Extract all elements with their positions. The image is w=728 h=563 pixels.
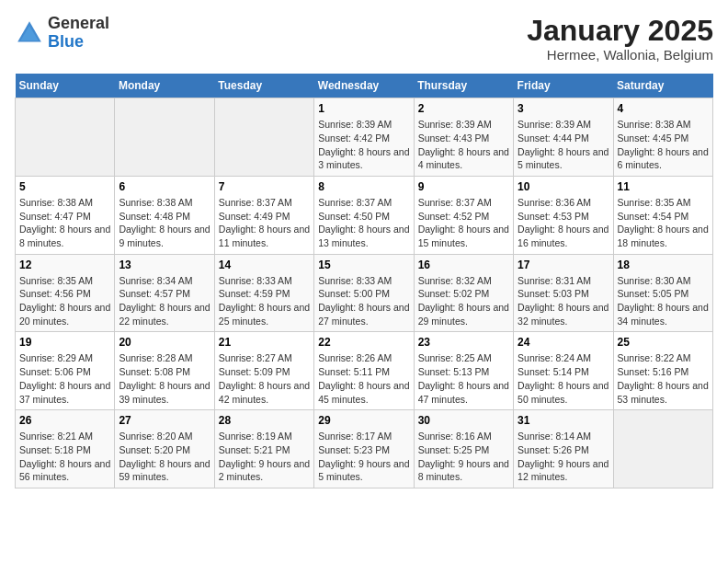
day-info: Sunrise: 8:20 AMSunset: 5:20 PMDaylight:… <box>119 430 210 484</box>
day-number: 25 <box>618 336 709 349</box>
calendar-cell <box>115 98 214 177</box>
day-number: 17 <box>518 259 609 271</box>
calendar-cell <box>613 410 712 488</box>
calendar-table: SundayMondayTuesdayWednesdayThursdayFrid… <box>15 74 713 488</box>
calendar-cell: 11Sunrise: 8:35 AMSunset: 4:54 PMDayligh… <box>613 176 712 254</box>
day-info: Sunrise: 8:39 AMSunset: 4:42 PMDaylight:… <box>318 118 409 172</box>
day-number: 18 <box>618 259 709 271</box>
day-info: Sunrise: 8:27 AMSunset: 5:09 PMDaylight:… <box>219 351 310 406</box>
day-number: 26 <box>19 414 110 427</box>
day-info: Sunrise: 8:21 AMSunset: 5:18 PMDaylight:… <box>19 430 110 484</box>
calendar-cell: 12Sunrise: 8:35 AMSunset: 4:56 PMDayligh… <box>16 254 115 332</box>
calendar-cell: 1Sunrise: 8:39 AMSunset: 4:42 PMDaylight… <box>314 98 414 177</box>
day-info: Sunrise: 8:33 AMSunset: 4:59 PMDaylight:… <box>219 274 310 328</box>
day-info: Sunrise: 8:34 AMSunset: 4:57 PMDaylight:… <box>119 274 210 328</box>
day-number: 11 <box>618 180 709 193</box>
day-number: 10 <box>518 180 609 193</box>
calendar-body: 1Sunrise: 8:39 AMSunset: 4:42 PMDaylight… <box>16 98 713 488</box>
title-area: January 2025 Hermee, Wallonia, Belgium <box>527 15 713 63</box>
calendar-week-1: 1Sunrise: 8:39 AMSunset: 4:42 PMDaylight… <box>16 98 713 177</box>
day-info: Sunrise: 8:38 AMSunset: 4:47 PMDaylight:… <box>19 196 110 250</box>
day-number: 22 <box>318 336 409 349</box>
subtitle: Hermee, Wallonia, Belgium <box>527 47 713 63</box>
day-info: Sunrise: 8:31 AMSunset: 5:03 PMDaylight:… <box>518 274 609 328</box>
calendar-cell: 16Sunrise: 8:32 AMSunset: 5:02 PMDayligh… <box>414 254 513 332</box>
day-info: Sunrise: 8:38 AMSunset: 4:48 PMDaylight:… <box>119 196 210 250</box>
day-info: Sunrise: 8:32 AMSunset: 5:02 PMDaylight:… <box>418 274 509 328</box>
calendar-cell: 15Sunrise: 8:33 AMSunset: 5:00 PMDayligh… <box>314 254 414 332</box>
weekday-header-tuesday: Tuesday <box>214 74 313 98</box>
day-number: 30 <box>418 414 509 427</box>
calendar-cell: 29Sunrise: 8:17 AMSunset: 5:23 PMDayligh… <box>314 410 414 488</box>
day-number: 16 <box>418 259 509 271</box>
day-info: Sunrise: 8:38 AMSunset: 4:45 PMDaylight:… <box>618 118 709 172</box>
calendar-cell: 6Sunrise: 8:38 AMSunset: 4:48 PMDaylight… <box>115 176 214 254</box>
day-info: Sunrise: 8:35 AMSunset: 4:54 PMDaylight:… <box>618 196 709 250</box>
calendar-cell: 30Sunrise: 8:16 AMSunset: 5:25 PMDayligh… <box>414 410 513 488</box>
weekday-header-row: SundayMondayTuesdayWednesdayThursdayFrid… <box>16 74 713 98</box>
day-number: 4 <box>618 102 709 115</box>
calendar-cell: 3Sunrise: 8:39 AMSunset: 4:44 PMDaylight… <box>514 98 613 177</box>
calendar-cell: 22Sunrise: 8:26 AMSunset: 5:11 PMDayligh… <box>314 332 414 410</box>
calendar-cell: 26Sunrise: 8:21 AMSunset: 5:18 PMDayligh… <box>16 410 115 488</box>
day-info: Sunrise: 8:39 AMSunset: 4:43 PMDaylight:… <box>418 118 509 172</box>
day-number: 3 <box>518 102 609 115</box>
day-number: 5 <box>19 180 110 193</box>
day-number: 8 <box>318 180 409 193</box>
calendar-cell <box>214 98 313 177</box>
day-number: 21 <box>219 336 310 349</box>
calendar-cell: 13Sunrise: 8:34 AMSunset: 4:57 PMDayligh… <box>115 254 214 332</box>
calendar-cell: 28Sunrise: 8:19 AMSunset: 5:21 PMDayligh… <box>214 410 313 488</box>
day-info: Sunrise: 8:35 AMSunset: 4:56 PMDaylight:… <box>19 274 110 328</box>
logo: General Blue <box>15 15 109 52</box>
calendar-week-4: 19Sunrise: 8:29 AMSunset: 5:06 PMDayligh… <box>16 332 713 410</box>
day-info: Sunrise: 8:39 AMSunset: 4:44 PMDaylight:… <box>518 118 609 172</box>
day-info: Sunrise: 8:19 AMSunset: 5:21 PMDaylight:… <box>219 430 310 484</box>
day-number: 19 <box>19 336 110 349</box>
calendar-cell: 18Sunrise: 8:30 AMSunset: 5:05 PMDayligh… <box>613 254 712 332</box>
day-number: 13 <box>119 259 210 271</box>
calendar-cell: 2Sunrise: 8:39 AMSunset: 4:43 PMDaylight… <box>414 98 513 177</box>
day-number: 7 <box>219 180 310 193</box>
logo-blue-text: Blue <box>48 33 109 52</box>
weekday-header-saturday: Saturday <box>613 74 712 98</box>
calendar-cell <box>16 98 115 177</box>
calendar-cell: 21Sunrise: 8:27 AMSunset: 5:09 PMDayligh… <box>214 332 313 410</box>
day-info: Sunrise: 8:37 AMSunset: 4:49 PMDaylight:… <box>219 196 310 250</box>
logo-icon <box>15 18 44 48</box>
day-info: Sunrise: 8:14 AMSunset: 5:26 PMDaylight:… <box>518 430 609 484</box>
calendar-cell: 4Sunrise: 8:38 AMSunset: 4:45 PMDaylight… <box>613 98 712 177</box>
day-number: 24 <box>518 336 609 349</box>
calendar-cell: 5Sunrise: 8:38 AMSunset: 4:47 PMDaylight… <box>16 176 115 254</box>
weekday-header-wednesday: Wednesday <box>314 74 414 98</box>
calendar-cell: 14Sunrise: 8:33 AMSunset: 4:59 PMDayligh… <box>214 254 313 332</box>
calendar-cell: 24Sunrise: 8:24 AMSunset: 5:14 PMDayligh… <box>514 332 613 410</box>
day-info: Sunrise: 8:26 AMSunset: 5:11 PMDaylight:… <box>318 351 409 406</box>
day-info: Sunrise: 8:37 AMSunset: 4:50 PMDaylight:… <box>318 196 409 250</box>
day-number: 15 <box>318 259 409 271</box>
day-number: 6 <box>119 180 210 193</box>
day-info: Sunrise: 8:28 AMSunset: 5:08 PMDaylight:… <box>119 351 210 406</box>
day-number: 2 <box>418 102 509 115</box>
day-info: Sunrise: 8:30 AMSunset: 5:05 PMDaylight:… <box>618 274 709 328</box>
day-info: Sunrise: 8:37 AMSunset: 4:52 PMDaylight:… <box>418 196 509 250</box>
calendar-cell: 25Sunrise: 8:22 AMSunset: 5:16 PMDayligh… <box>613 332 712 410</box>
day-number: 1 <box>318 102 409 115</box>
weekday-header-friday: Friday <box>514 74 613 98</box>
day-info: Sunrise: 8:17 AMSunset: 5:23 PMDaylight:… <box>318 430 409 484</box>
calendar-week-5: 26Sunrise: 8:21 AMSunset: 5:18 PMDayligh… <box>16 410 713 488</box>
weekday-header-sunday: Sunday <box>16 74 115 98</box>
calendar-cell: 8Sunrise: 8:37 AMSunset: 4:50 PMDaylight… <box>314 176 414 254</box>
calendar-cell: 23Sunrise: 8:25 AMSunset: 5:13 PMDayligh… <box>414 332 513 410</box>
day-number: 20 <box>119 336 210 349</box>
day-number: 28 <box>219 414 310 427</box>
calendar-cell: 31Sunrise: 8:14 AMSunset: 5:26 PMDayligh… <box>514 410 613 488</box>
day-number: 29 <box>318 414 409 427</box>
day-info: Sunrise: 8:22 AMSunset: 5:16 PMDaylight:… <box>618 351 709 406</box>
weekday-header-thursday: Thursday <box>414 74 513 98</box>
calendar-cell: 10Sunrise: 8:36 AMSunset: 4:53 PMDayligh… <box>514 176 613 254</box>
day-number: 27 <box>119 414 210 427</box>
day-info: Sunrise: 8:29 AMSunset: 5:06 PMDaylight:… <box>19 351 110 406</box>
calendar-cell: 19Sunrise: 8:29 AMSunset: 5:06 PMDayligh… <box>16 332 115 410</box>
page-title: January 2025 <box>527 15 713 47</box>
